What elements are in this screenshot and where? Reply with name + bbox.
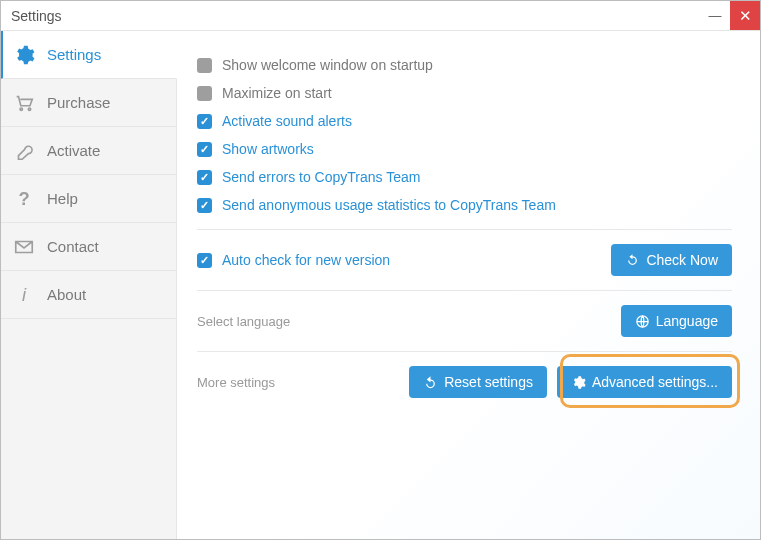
- checkbox-sound[interactable]: [197, 114, 212, 129]
- checkbox-label[interactable]: Show artworks: [222, 141, 314, 157]
- divider: [197, 229, 732, 230]
- svg-text:?: ?: [18, 188, 29, 209]
- row-autocheck: Auto check for new version Check Now: [197, 240, 732, 280]
- option-sound: Activate sound alerts: [197, 107, 732, 135]
- sidebar-item-label: Settings: [47, 46, 101, 63]
- sidebar-item-settings[interactable]: Settings: [0, 31, 177, 79]
- window-title: Settings: [11, 8, 62, 24]
- cart-icon: [13, 92, 35, 114]
- sidebar-item-label: Activate: [47, 142, 100, 159]
- checkbox-label[interactable]: Send anonymous usage statistics to CopyT…: [222, 197, 556, 213]
- gear-icon: [571, 375, 586, 390]
- gear-icon: [13, 44, 35, 66]
- checkbox-welcome[interactable]: [197, 58, 212, 73]
- select-language-label: Select language: [197, 314, 290, 329]
- more-settings-label: More settings: [197, 375, 275, 390]
- button-label: Check Now: [646, 252, 718, 268]
- info-icon: i: [13, 284, 35, 306]
- option-stats: Send anonymous usage statistics to CopyT…: [197, 191, 732, 219]
- row-language: Select language Language: [197, 301, 732, 341]
- row-more-settings: More settings Reset settings Advanced se…: [197, 362, 732, 402]
- close-button[interactable]: ✕: [730, 1, 760, 30]
- checkbox-errors[interactable]: [197, 170, 212, 185]
- button-label: Reset settings: [444, 374, 533, 390]
- sidebar-item-label: Contact: [47, 238, 99, 255]
- question-icon: ?: [13, 188, 35, 210]
- checkbox-label[interactable]: Activate sound alerts: [222, 113, 352, 129]
- sidebar-item-label: Help: [47, 190, 78, 207]
- checkbox-artworks[interactable]: [197, 142, 212, 157]
- settings-window: Settings — ✕ Settings Purchase: [0, 0, 761, 540]
- sidebar-item-purchase[interactable]: Purchase: [1, 79, 176, 127]
- checkbox-label[interactable]: Show welcome window on startup: [222, 57, 433, 73]
- key-icon: [13, 140, 35, 162]
- button-label: Language: [656, 313, 718, 329]
- checkbox-label[interactable]: Maximize on start: [222, 85, 332, 101]
- window-controls: — ✕: [700, 1, 760, 30]
- checkbox-stats[interactable]: [197, 198, 212, 213]
- checkbox-maximize[interactable]: [197, 86, 212, 101]
- checkbox-label[interactable]: Auto check for new version: [222, 252, 390, 268]
- sidebar: Settings Purchase Activate ? Help: [1, 31, 177, 539]
- minimize-button[interactable]: —: [700, 1, 730, 30]
- titlebar: Settings — ✕: [1, 1, 760, 31]
- sidebar-item-contact[interactable]: Contact: [1, 223, 176, 271]
- window-body: Settings Purchase Activate ? Help: [1, 31, 760, 539]
- language-button[interactable]: Language: [621, 305, 732, 337]
- option-welcome: Show welcome window on startup: [197, 51, 732, 79]
- svg-text:i: i: [22, 284, 27, 305]
- checkbox-autocheck[interactable]: [197, 253, 212, 268]
- envelope-icon: [13, 236, 35, 258]
- reset-settings-button[interactable]: Reset settings: [409, 366, 547, 398]
- button-label: Advanced settings...: [592, 374, 718, 390]
- divider: [197, 351, 732, 352]
- sidebar-item-label: About: [47, 286, 86, 303]
- sidebar-item-about[interactable]: i About: [1, 271, 176, 319]
- sidebar-item-label: Purchase: [47, 94, 110, 111]
- check-now-button[interactable]: Check Now: [611, 244, 732, 276]
- option-maximize: Maximize on start: [197, 79, 732, 107]
- refresh-icon: [625, 253, 640, 268]
- content-area: Show welcome window on startup Maximize …: [177, 31, 760, 539]
- option-errors: Send errors to CopyTrans Team: [197, 163, 732, 191]
- option-artworks: Show artworks: [197, 135, 732, 163]
- globe-icon: [635, 314, 650, 329]
- divider: [197, 290, 732, 291]
- sidebar-item-help[interactable]: ? Help: [1, 175, 176, 223]
- advanced-settings-button[interactable]: Advanced settings...: [557, 366, 732, 398]
- undo-icon: [423, 375, 438, 390]
- checkbox-label[interactable]: Send errors to CopyTrans Team: [222, 169, 420, 185]
- sidebar-item-activate[interactable]: Activate: [1, 127, 176, 175]
